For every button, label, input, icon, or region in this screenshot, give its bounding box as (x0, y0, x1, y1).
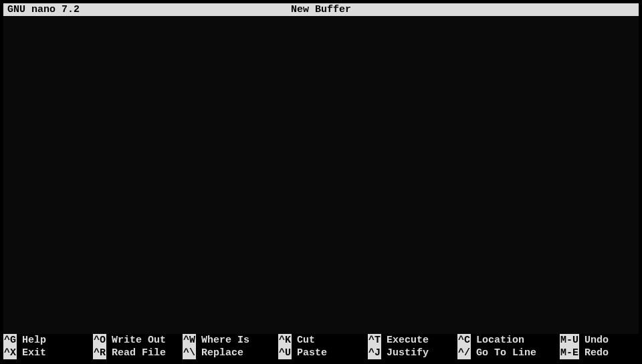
shortcut-help[interactable]: ^G Help (3, 334, 93, 347)
shortcut-label: Read File (112, 347, 166, 359)
shortcut-label: Help (22, 334, 46, 347)
shortcut-undo[interactable]: M-U Undo (560, 334, 639, 347)
shortcut-key: M-U (560, 334, 579, 347)
shortcut-read-file[interactable]: ^R Read File (93, 347, 183, 359)
shortcut-label: Exit (22, 347, 46, 359)
shortcut-key: ^X (3, 347, 17, 359)
shortcut-label: Undo (584, 334, 609, 347)
shortcut-key: ^R (93, 347, 106, 359)
shortcut-key: M-E (560, 347, 579, 359)
shortcut-label: Justify (387, 347, 429, 359)
shortcut-label: Paste (297, 347, 327, 359)
shortcut-justify[interactable]: ^J Justify (368, 347, 457, 359)
shortcut-key: ^G (3, 334, 17, 347)
shortcut-key: ^W (183, 334, 196, 347)
shortcut-bar: ^G Help ^O Write Out ^W Where Is ^K Cut … (3, 334, 639, 361)
shortcut-row-2: ^X Exit ^R Read File ^\ Replace ^U Paste… (3, 347, 639, 359)
title-bar: GNU nano 7.2 New Buffer (3, 3, 639, 16)
shortcut-key: ^\ (183, 347, 196, 359)
shortcut-row-1: ^G Help ^O Write Out ^W Where Is ^K Cut … (3, 334, 639, 347)
shortcut-write-out[interactable]: ^O Write Out (93, 334, 183, 347)
shortcut-execute[interactable]: ^T Execute (368, 334, 457, 347)
shortcut-location[interactable]: ^C Location (457, 334, 560, 347)
shortcut-cut[interactable]: ^K Cut (278, 334, 368, 347)
shortcut-label: Cut (297, 334, 315, 347)
shortcut-label: Redo (584, 347, 609, 359)
buffer-name: New Buffer (3, 3, 639, 16)
shortcut-label: Write Out (112, 334, 166, 347)
shortcut-label: Replace (201, 347, 243, 359)
shortcut-label: Where Is (201, 334, 249, 347)
shortcut-exit[interactable]: ^X Exit (3, 347, 93, 359)
shortcut-label: Go To Line (476, 347, 536, 359)
shortcut-go-to-line[interactable]: ^/ Go To Line (457, 347, 560, 359)
shortcut-key: ^T (368, 334, 381, 347)
shortcut-paste[interactable]: ^U Paste (278, 347, 368, 359)
shortcut-redo[interactable]: M-E Redo (560, 347, 639, 359)
shortcut-key: ^K (278, 334, 292, 347)
shortcut-key: ^J (368, 347, 381, 359)
shortcut-key: ^/ (457, 347, 471, 359)
editor-text-area[interactable] (3, 16, 639, 334)
shortcut-label: Location (476, 334, 524, 347)
shortcut-key: ^U (278, 347, 292, 359)
shortcut-where-is[interactable]: ^W Where Is (183, 334, 278, 347)
shortcut-replace[interactable]: ^\ Replace (183, 347, 278, 359)
shortcut-key: ^O (93, 334, 106, 347)
shortcut-label: Execute (387, 334, 429, 347)
shortcut-key: ^C (457, 334, 471, 347)
